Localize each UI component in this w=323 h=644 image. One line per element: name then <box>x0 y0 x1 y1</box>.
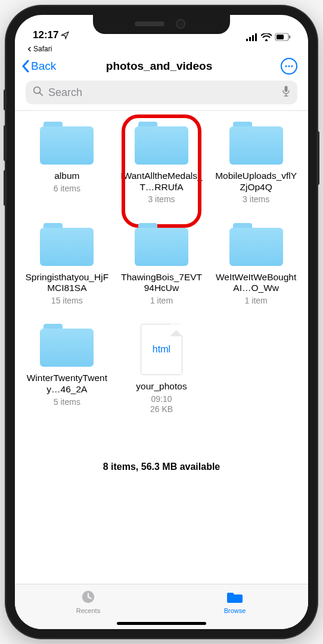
notch <box>93 15 230 34</box>
item-meta: 15 items <box>51 296 83 306</box>
folder-thawingbois[interactable]: ThawingBois_7EVT94HcUw 1 item <box>117 223 207 306</box>
power-button <box>316 131 319 185</box>
svg-point-4 <box>265 39 267 41</box>
home-indicator[interactable] <box>117 622 206 625</box>
html-file-icon: html <box>141 324 182 375</box>
screen: 12:17 Safari <box>15 15 308 629</box>
folder-icon <box>135 122 188 165</box>
svg-rect-0 <box>246 39 248 41</box>
folder-springisthatyou[interactable]: Springisthatyou_HjFMCI81SA 15 items <box>22 223 112 306</box>
svg-line-12 <box>40 93 43 96</box>
file-your-photos[interactable]: html your_photos 09:10 26 KB <box>117 324 207 415</box>
search-bar[interactable] <box>26 80 297 104</box>
tab-browse[interactable]: Browse <box>162 584 308 618</box>
folder-icon <box>40 223 94 266</box>
mute-switch <box>4 89 7 110</box>
folder-icon <box>229 122 283 165</box>
wifi-icon <box>261 33 272 41</box>
folder-icon <box>135 223 188 266</box>
more-options-button[interactable] <box>281 58 297 75</box>
svg-point-11 <box>34 87 41 94</box>
clock-icon <box>80 589 97 606</box>
item-meta: 5 items <box>54 397 80 408</box>
item-name: album <box>54 171 79 182</box>
folder-mobileuploads[interactable]: MobileUploads_vflYZjOp4Q 3 items <box>211 122 301 205</box>
file-type-label: html <box>153 344 170 355</box>
folder-icon <box>229 223 283 266</box>
item-name: MobileUploads_vflYZjOp4Q <box>215 171 298 193</box>
item-name: IWantAlltheMedals_T…RRUfA <box>120 171 203 193</box>
tab-label: Recents <box>76 607 100 614</box>
svg-point-10 <box>291 65 293 67</box>
item-name: Springisthatyou_HjFMCI81SA <box>25 272 108 294</box>
battery-icon <box>275 33 291 41</box>
storage-status: 8 items, 56.3 MB available <box>15 426 308 479</box>
svg-rect-6 <box>277 35 284 39</box>
page-title: photos_and_videos <box>80 60 238 73</box>
search-input[interactable] <box>48 86 277 99</box>
item-name: your_photos <box>136 381 187 392</box>
svg-rect-2 <box>252 35 254 41</box>
folder-iwantallthemedals[interactable]: IWantAlltheMedals_T…RRUfA 3 items <box>117 122 207 205</box>
volume-up-button <box>4 125 7 161</box>
tab-recents[interactable]: Recents <box>15 584 162 618</box>
item-meta: 3 items <box>243 194 269 205</box>
volume-down-button <box>4 170 7 206</box>
svg-rect-3 <box>255 33 257 41</box>
return-app-label: Safari <box>33 45 52 53</box>
folder-icon <box>40 122 94 165</box>
item-meta: 1 item <box>245 296 268 306</box>
item-meta: 3 items <box>148 194 175 205</box>
svg-rect-13 <box>285 86 288 92</box>
return-to-app[interactable]: Safari <box>15 44 308 53</box>
search-icon <box>33 86 44 99</box>
item-meta: 09:10 26 KB <box>150 394 173 415</box>
status-time: 12:17 <box>33 29 58 41</box>
item-name: WinterTwentyTwenty…46_2A <box>25 373 108 395</box>
item-meta: 6 items <box>54 184 80 194</box>
device-frame: 12:17 Safari <box>6 6 317 638</box>
folder-weitweitwebought[interactable]: WeItWeItWeBoughtAI…O_Ww 1 item <box>211 223 301 306</box>
item-name: ThawingBois_7EVT94HcUw <box>120 272 203 294</box>
folder-icon <box>40 324 94 367</box>
file-grid: album 6 items IWantAlltheMedals_T…RRUfA … <box>15 111 308 426</box>
folder-album[interactable]: album 6 items <box>22 122 112 205</box>
svg-point-9 <box>288 65 290 67</box>
tab-label: Browse <box>224 607 246 614</box>
svg-rect-1 <box>249 37 251 41</box>
folder-tab-icon <box>226 589 243 606</box>
cellular-icon <box>246 33 258 41</box>
location-icon <box>61 31 69 39</box>
item-name: WeItWeItWeBoughtAI…O_Ww <box>215 272 298 294</box>
navigation-bar: Back photos_and_videos <box>15 53 308 78</box>
svg-point-8 <box>285 65 287 67</box>
back-button[interactable]: Back <box>21 60 80 73</box>
svg-rect-7 <box>289 36 290 39</box>
item-meta: 1 item <box>150 296 173 306</box>
folder-wintertwentytwenty[interactable]: WinterTwentyTwenty…46_2A 5 items <box>22 324 112 415</box>
dictation-icon[interactable] <box>282 85 290 100</box>
back-label: Back <box>31 60 56 73</box>
